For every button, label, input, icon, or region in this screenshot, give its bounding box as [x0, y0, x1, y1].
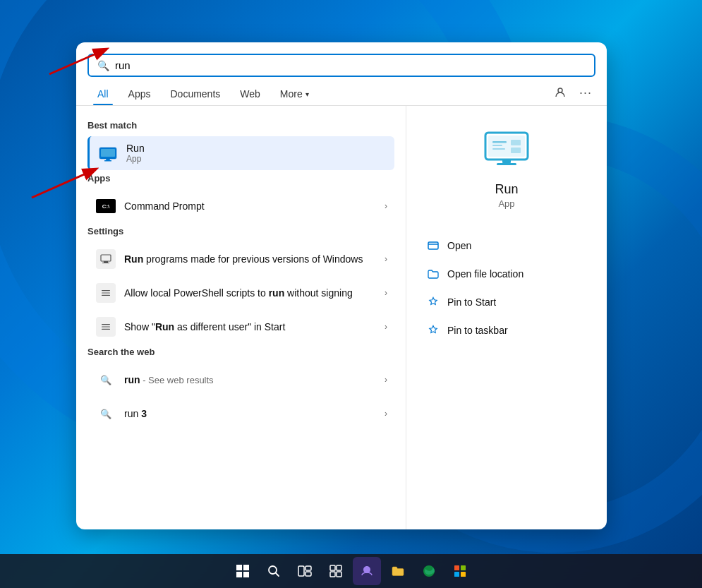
settings-text-1: Allow local PowerShell scripts to run wi… — [124, 287, 385, 299]
web-title-0: run - See web results — [124, 374, 385, 385]
action-pin-start[interactable]: Pin to Start — [420, 288, 593, 316]
settings-label: Settings — [87, 226, 394, 236]
svg-rect-5 — [104, 160, 111, 162]
taskbar-task-view[interactable] — [291, 557, 319, 585]
settings-title-2: Show "Run as different user" in Start — [124, 321, 385, 332]
web-text-0: run - See web results — [124, 374, 385, 385]
pin-start-icon — [426, 295, 440, 309]
svg-rect-23 — [511, 140, 521, 145]
taskbar-edge[interactable] — [415, 557, 443, 585]
settings-arrow-2: › — [385, 322, 387, 332]
settings-icon-1 — [95, 282, 117, 304]
svg-rect-9 — [102, 290, 110, 291]
settings-highlight-0: Run — [124, 253, 143, 265]
svg-rect-22 — [492, 148, 505, 150]
settings-item-0[interactable]: Run programs made for previous versions … — [87, 242, 394, 276]
pin-taskbar-icon — [426, 323, 440, 337]
action-list: Open Open file location — [420, 232, 593, 344]
svg-rect-25 — [428, 242, 438, 249]
web-icon-1: 🔍 — [95, 402, 117, 425]
svg-rect-38 — [454, 572, 459, 577]
search-input-wrapper[interactable]: 🔍 — [87, 54, 595, 77]
svg-rect-32 — [330, 565, 335, 570]
svg-rect-8 — [102, 263, 109, 263]
apps-label: Apps — [87, 173, 394, 184]
svg-rect-18 — [502, 160, 511, 163]
taskbar-store[interactable] — [446, 557, 474, 585]
web-title-1: run 3 — [124, 408, 385, 419]
content-area: Best match Run App — [76, 106, 607, 529]
web-item-1[interactable]: 🔍 run 3 › — [87, 397, 394, 431]
svg-rect-24 — [511, 148, 521, 153]
left-panel: Best match Run App — [76, 106, 406, 529]
app-preview-icon — [481, 123, 532, 174]
svg-rect-12 — [102, 324, 110, 325]
action-pin-taskbar[interactable]: Pin to taskbar — [420, 316, 593, 344]
run-result-text: Run App — [126, 143, 387, 164]
action-open-location[interactable]: Open file location — [420, 260, 593, 288]
preview-app-type: App — [498, 198, 514, 209]
settings-icon-0 — [95, 248, 117, 270]
svg-point-28 — [269, 566, 277, 574]
run-result-title: Run — [126, 143, 387, 154]
nav-more-icon[interactable]: ··· — [576, 83, 595, 102]
tab-documents[interactable]: Documents — [160, 83, 230, 105]
tab-all[interactable]: All — [87, 83, 119, 105]
cmd-arrow: › — [385, 201, 387, 211]
svg-rect-30 — [305, 566, 311, 570]
svg-rect-21 — [492, 145, 502, 146]
taskbar-explorer[interactable] — [384, 557, 412, 585]
nav-feedback-icon[interactable] — [550, 83, 570, 102]
cmd-result-title: Command Prompt — [124, 200, 385, 212]
best-match-run[interactable]: Run App — [87, 136, 394, 170]
run-result-subtitle: App — [126, 154, 387, 164]
svg-rect-35 — [337, 572, 341, 577]
tab-web[interactable]: Web — [230, 83, 270, 105]
command-prompt-item[interactable]: C:\ Command Prompt › — [87, 189, 394, 223]
web-label: Search the web — [87, 347, 394, 357]
nav-tabs: All Apps Documents Web More ▾ ··· — [76, 77, 607, 106]
svg-rect-33 — [337, 565, 341, 570]
svg-rect-14 — [102, 329, 110, 330]
desktop: 🔍 All Apps Documents Web More ▾ — [0, 0, 702, 588]
settings-text-0: Run programs made for previous versions … — [124, 253, 385, 265]
folder-icon — [426, 267, 440, 281]
search-icon: 🔍 — [97, 60, 109, 71]
tab-apps[interactable]: Apps — [119, 83, 161, 105]
svg-rect-29 — [298, 566, 304, 576]
svg-rect-20 — [492, 141, 507, 143]
start-button[interactable] — [229, 557, 257, 585]
action-location-label: Open file location — [447, 268, 524, 280]
taskbar-teams[interactable] — [353, 557, 381, 585]
search-input[interactable] — [115, 59, 586, 71]
preview-app-name: Run — [495, 182, 518, 197]
svg-rect-36 — [454, 565, 459, 570]
svg-rect-37 — [461, 565, 466, 570]
app-preview: Run App — [420, 123, 593, 209]
action-pin-taskbar-label: Pin to taskbar — [447, 325, 508, 336]
svg-rect-11 — [102, 295, 110, 296]
svg-rect-19 — [497, 163, 516, 165]
svg-rect-13 — [102, 326, 110, 327]
action-open[interactable]: Open — [420, 232, 593, 260]
start-menu: 🔍 All Apps Documents Web More ▾ — [76, 42, 607, 529]
web-item-0[interactable]: 🔍 run - See web results › — [87, 363, 394, 397]
settings-item-2[interactable]: Show "Run as different user" in Start › — [87, 310, 394, 344]
svg-rect-31 — [305, 572, 311, 576]
svg-rect-39 — [461, 572, 466, 577]
taskbar-widgets[interactable] — [322, 557, 350, 585]
taskbar — [0, 554, 702, 588]
taskbar-search[interactable] — [260, 557, 288, 585]
settings-title-1: Allow local PowerShell scripts to run wi… — [124, 287, 385, 299]
cmd-result-text: Command Prompt — [124, 200, 385, 212]
web-arrow-1: › — [385, 409, 387, 419]
settings-title-0: Run programs made for previous versions … — [124, 253, 385, 265]
nav-extra-icons: ··· — [550, 83, 595, 105]
settings-item-1[interactable]: Allow local PowerShell scripts to run wi… — [87, 276, 394, 310]
cmd-icon: C:\ — [95, 195, 117, 217]
svg-point-0 — [558, 88, 562, 92]
svg-rect-4 — [106, 159, 110, 160]
action-open-label: Open — [447, 240, 471, 251]
settings-arrow-1: › — [385, 288, 387, 298]
tab-more[interactable]: More ▾ — [270, 83, 319, 105]
